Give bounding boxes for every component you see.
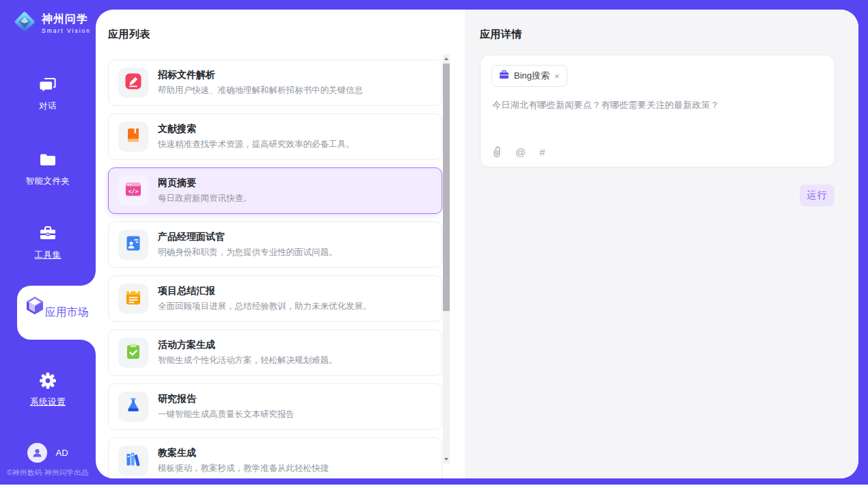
app-card[interactable]: 产品经理面试官明确身份和职责，为您提供专业性的面试问题。 xyxy=(108,221,442,268)
app-name: 文献搜索 xyxy=(158,123,355,135)
hash-icon[interactable]: # xyxy=(539,146,545,158)
app-icon-box xyxy=(118,230,148,260)
app-card[interactable]: 招标文件解析帮助用户快速、准确地理解和解析招标书中的关键信息 xyxy=(108,59,442,106)
interview-icon xyxy=(124,234,142,255)
brand-subtitle: Smart Vision xyxy=(42,27,91,34)
brand-name: 神州问学 xyxy=(42,12,91,27)
app-card-selected[interactable]: </>网页摘要每日政府新闻资讯快查。 xyxy=(108,167,442,214)
app-card[interactable]: 活动方案生成智能生成个性化活动方案，轻松解决规划难题。 xyxy=(108,329,442,376)
app-icon-box xyxy=(118,338,148,368)
brand-diamond-icon xyxy=(12,10,37,37)
app-description: 全面回顾项目进展，总结经验教训，助力未来优化发展。 xyxy=(158,301,372,312)
gear-icon xyxy=(38,371,57,390)
scrollbar[interactable] xyxy=(443,55,450,463)
tool-chip-bing-search[interactable]: Bing搜索 × xyxy=(491,65,567,87)
app-icon-box: </> xyxy=(118,176,148,206)
app-name: 网页摘要 xyxy=(158,177,252,189)
app-name: 研究报告 xyxy=(158,393,295,405)
window-bottom-edge xyxy=(0,485,868,488)
research-icon xyxy=(124,396,142,417)
app-icon-box xyxy=(118,68,148,98)
sidebar-item-toolbox[interactable]: 工具集 xyxy=(0,224,96,261)
composer-toolbar: @ # xyxy=(492,146,545,158)
scroll-up-button[interactable] xyxy=(443,55,450,63)
app-icon-box xyxy=(118,392,148,422)
briefcase-icon xyxy=(499,70,509,82)
user-account[interactable]: AD xyxy=(0,443,96,463)
sidebar-item-label: 系统设置 xyxy=(30,397,66,407)
app-list: 招标文件解析帮助用户快速、准确地理解和解析招标书中的关键信息文献搜索快速精准查找… xyxy=(108,59,442,478)
app-card[interactable]: 文献搜索快速精准查找学术资源，提高研究效率的必备工具。 xyxy=(108,113,442,160)
sidebar-item-cube-active[interactable]: 应用市场 xyxy=(17,286,96,340)
app-card[interactable]: 教案生成模板驱动，教案秒成，教学准备从此轻松快捷 xyxy=(108,437,442,478)
chip-close-icon[interactable]: × xyxy=(554,72,560,81)
app-list-title: 应用列表 xyxy=(108,28,150,41)
scrollbar-thumb[interactable] xyxy=(443,64,450,311)
edit-doc-icon xyxy=(124,72,142,93)
app-window: 神州问学 Smart Vision 对话智能文件夹工具集应用市场系统设置 AD … xyxy=(0,0,868,488)
app-detail-title: 应用详情 xyxy=(480,28,522,41)
sidebar-item-label: 应用市场 xyxy=(45,306,89,318)
avatar xyxy=(27,443,47,463)
pill-notch-top xyxy=(79,269,96,286)
cube-icon xyxy=(25,306,45,318)
app-description: 快速精准查找学术资源，提高研究效率的必备工具。 xyxy=(158,139,355,150)
chat-icon xyxy=(38,75,57,94)
content-area: 应用列表 招标文件解析帮助用户快速、准确地理解和解析招标书中的关键信息文献搜索快… xyxy=(96,10,858,478)
app-name: 产品经理面试官 xyxy=(158,231,338,243)
svg-text:</>: </> xyxy=(128,189,139,195)
app-name: 活动方案生成 xyxy=(158,339,338,351)
at-icon[interactable]: @ xyxy=(515,146,526,158)
app-card[interactable]: 研究报告一键智能生成高质量长文本研究报告 xyxy=(108,383,442,430)
composer-card[interactable]: Bing搜索 × 今日湖北有哪些新闻要点？有哪些需要关注的最新政策？ @ # xyxy=(480,55,835,167)
book-icon xyxy=(124,126,142,147)
prompt-input[interactable]: 今日湖北有哪些新闻要点？有哪些需要关注的最新政策？ xyxy=(492,99,820,111)
tool-chip-label: Bing搜索 xyxy=(514,70,550,82)
app-description: 每日政府新闻资讯快查。 xyxy=(158,193,252,204)
pill-notch-bottom xyxy=(79,340,96,356)
copyright-footer: ©神州数码·神州问学出品 xyxy=(0,468,96,478)
sidebar-item-label: 工具集 xyxy=(35,250,62,260)
brand-logo: 神州问学 Smart Vision xyxy=(12,10,91,37)
app-description: 模板驱动，教案秒成，教学准备从此轻松快捷 xyxy=(158,463,329,474)
arrow-down-icon xyxy=(444,458,448,461)
sidebar-item-chat[interactable]: 对话 xyxy=(0,75,96,112)
sidebar-item-gear[interactable]: 系统设置 xyxy=(0,371,96,408)
app-icon-box xyxy=(118,446,148,476)
calendar-icon xyxy=(124,288,142,309)
app-icon-box xyxy=(118,284,148,314)
app-description: 一键智能生成高质量长文本研究报告 xyxy=(158,409,295,420)
app-name: 招标文件解析 xyxy=(158,69,363,81)
app-card[interactable]: 项目总结汇报全面回顾项目进展，总结经验教训，助力未来优化发展。 xyxy=(108,275,442,322)
run-button[interactable]: 运行 xyxy=(800,185,835,206)
sidebar-item-folder[interactable]: 智能文件夹 xyxy=(0,150,96,187)
paperclip-icon[interactable] xyxy=(492,146,502,158)
clipboard-check-icon xyxy=(124,342,142,363)
app-icon-box xyxy=(118,122,148,152)
sidebar: 神州问学 Smart Vision 对话智能文件夹工具集应用市场系统设置 AD … xyxy=(0,0,96,485)
app-description: 智能生成个性化活动方案，轻松解决规划难题。 xyxy=(158,355,338,366)
app-description: 明确身份和职责，为您提供专业性的面试问题。 xyxy=(158,247,338,258)
scroll-down-button[interactable] xyxy=(443,455,450,463)
arrow-up-icon xyxy=(444,57,448,60)
sidebar-item-label: 对话 xyxy=(39,101,57,111)
app-name: 项目总结汇报 xyxy=(158,285,372,297)
app-description: 帮助用户快速、准确地理解和解析招标书中的关键信息 xyxy=(158,85,363,96)
sidebar-item-label: 智能文件夹 xyxy=(26,176,70,186)
app-name: 教案生成 xyxy=(158,447,329,459)
folder-icon xyxy=(38,150,57,170)
user-name: AD xyxy=(55,448,68,458)
browser-code-icon: </> xyxy=(124,180,142,201)
toolbox-icon xyxy=(38,224,57,243)
books-icon xyxy=(124,450,142,471)
